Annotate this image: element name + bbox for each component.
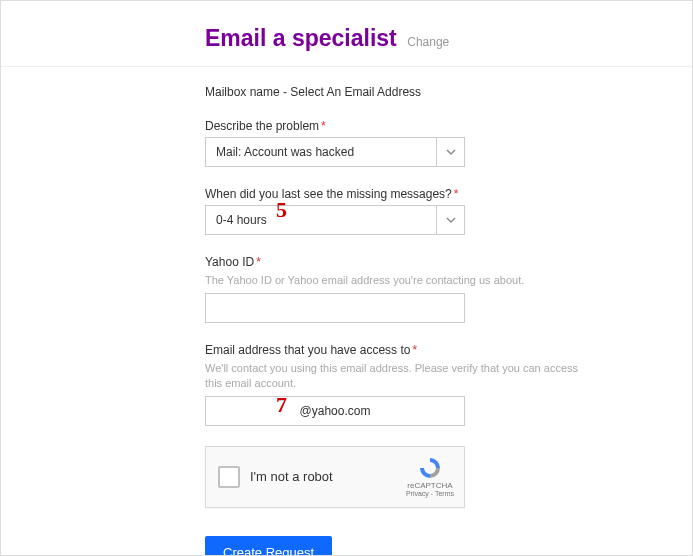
label-describe-problem: Describe the problem* xyxy=(205,119,692,133)
label-access-email: Email address that you have access to* xyxy=(205,343,692,357)
select-value: 0-4 hours xyxy=(216,213,436,227)
recaptcha-links[interactable]: Privacy - Terms xyxy=(406,490,454,497)
hint-access-email: We'll contact you using this email addre… xyxy=(205,361,585,390)
required-asterisk: * xyxy=(454,187,459,201)
chevron-down-icon xyxy=(436,206,464,234)
input-access-email[interactable] xyxy=(205,396,465,426)
field-yahoo-id: Yahoo ID* The Yahoo ID or Yahoo email ad… xyxy=(205,255,692,323)
recaptcha-checkbox[interactable] xyxy=(218,466,240,488)
hint-yahoo-id: The Yahoo ID or Yahoo email address you'… xyxy=(205,273,585,287)
change-link[interactable]: Change xyxy=(407,35,449,49)
form-area: Mailbox name - Select An Email Address D… xyxy=(1,67,692,556)
mailbox-name-text: Mailbox name - Select An Email Address xyxy=(205,85,692,99)
required-asterisk: * xyxy=(412,343,417,357)
select-value: Mail: Account was hacked xyxy=(216,145,436,159)
page-header: Email a specialist Change xyxy=(1,1,692,67)
field-last-seen: When did you last see the missing messag… xyxy=(205,187,692,235)
select-describe-problem[interactable]: Mail: Account was hacked xyxy=(205,137,465,167)
chevron-down-icon xyxy=(436,138,464,166)
recaptcha-icon xyxy=(417,456,443,480)
field-access-email: Email address that you have access to* W… xyxy=(205,343,692,426)
create-request-button[interactable]: Create Request xyxy=(205,536,332,556)
select-last-seen[interactable]: 0-4 hours xyxy=(205,205,465,235)
recaptcha-widget: I'm not a robot reCAPTCHA Privacy - Term… xyxy=(205,446,465,508)
required-asterisk: * xyxy=(256,255,261,269)
recaptcha-brand: reCAPTCHA Privacy - Terms xyxy=(406,456,454,497)
field-describe-problem: Describe the problem* Mail: Account was … xyxy=(205,119,692,167)
input-yahoo-id[interactable] xyxy=(205,293,465,323)
recaptcha-label: I'm not a robot xyxy=(250,469,406,484)
page-title: Email a specialist xyxy=(205,25,397,51)
required-asterisk: * xyxy=(321,119,326,133)
label-yahoo-id: Yahoo ID* xyxy=(205,255,692,269)
label-last-seen: When did you last see the missing messag… xyxy=(205,187,692,201)
